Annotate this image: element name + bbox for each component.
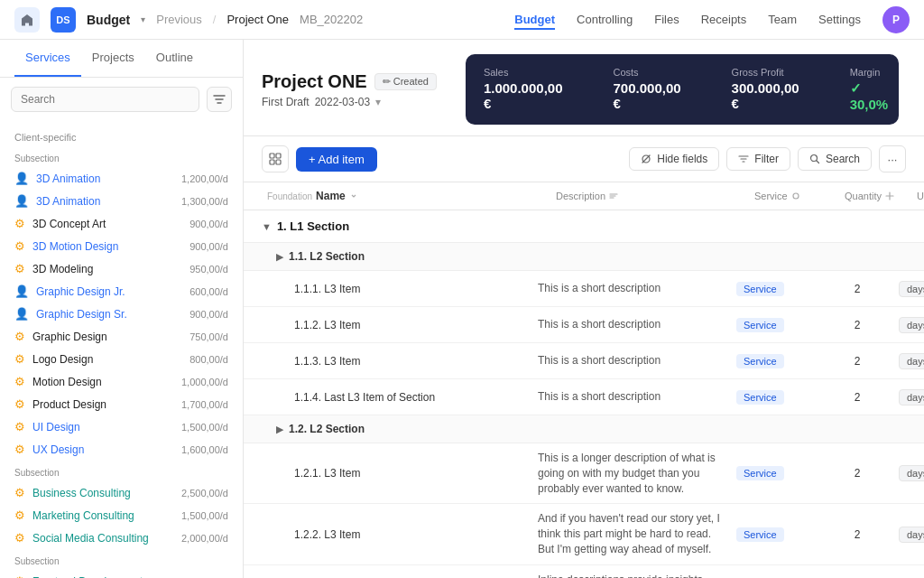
tab-budget[interactable]: Budget: [514, 9, 555, 30]
person-icon: 👤: [14, 307, 29, 321]
list-item[interactable]: ⚙Motion Design 1,000,00/d: [0, 370, 243, 393]
project-id: MB_202202: [300, 13, 363, 26]
tab-receipts[interactable]: Receipts: [701, 9, 747, 30]
item-label: Graphic Design Sr.: [36, 308, 127, 321]
service-badge: Service: [736, 466, 784, 480]
row-name: 1.1.4. Last L3 Item of Section: [244, 384, 532, 411]
avatar[interactable]: P: [882, 6, 910, 33]
l1-section-row[interactable]: ▼ 1. L1 Section: [244, 210, 924, 243]
draft-chevron-icon[interactable]: ▾: [375, 96, 381, 108]
add-item-button[interactable]: + Add item: [296, 147, 377, 172]
unit-badge: days: [899, 317, 924, 333]
grid-view-button[interactable]: [262, 145, 289, 172]
table-row: 1.1.3. L3 Item This is a short descripti…: [244, 343, 924, 379]
toolbar: + Add item Hide fields Filter Search ···: [244, 136, 924, 182]
item-label: Social Media Consulting: [32, 532, 149, 545]
person-icon: 👤: [14, 172, 29, 185]
stat-sales-label: Sales: [484, 67, 563, 78]
stat-costs-label: Costs: [614, 67, 681, 78]
project-title: Project ONE: [262, 71, 367, 92]
stat-sales: Sales 1.000.000,00 €: [484, 67, 563, 112]
list-item[interactable]: ⚙Product Design 1,700,00/d: [0, 393, 243, 415]
unit-badge: days: [899, 353, 924, 369]
more-icon: ···: [888, 153, 898, 166]
sidebar-search-area: [0, 78, 243, 121]
tab-settings[interactable]: Settings: [818, 9, 861, 30]
subsection-label-3: Subsection: [0, 549, 243, 570]
table-row: 1.1.1. L3 Item This is a short descripti…: [244, 271, 924, 307]
gear-icon: ⚙: [14, 375, 25, 388]
list-item[interactable]: ⚙3D Modeling 950,00/d: [0, 257, 243, 280]
item-value: 900,00/d: [189, 241, 228, 252]
list-item[interactable]: ⚙Graphic Design 750,00/d: [0, 325, 243, 348]
list-item[interactable]: ⚙Marketing Consulting 1,500,00/d: [0, 504, 243, 527]
quantity-col-label: Quantity: [845, 191, 882, 201]
list-item[interactable]: ⚙Frontend Development 900,00/d: [0, 570, 243, 578]
list-item[interactable]: ⚙UI Design 1,500,00/d: [0, 415, 243, 438]
stat-profit-value: 300.000,00 €: [732, 80, 799, 111]
col-header-service: Service: [749, 182, 839, 210]
expand-button[interactable]: [913, 67, 924, 89]
row-qty: 2: [821, 574, 893, 578]
stat-sales-value: 1.000.000,00 €: [484, 80, 563, 111]
filter-button[interactable]: [207, 87, 232, 112]
sidebar-tabs: Services Projects Outline: [0, 40, 243, 78]
stat-costs: Costs 700.000,00 €: [614, 67, 681, 112]
list-item[interactable]: ⚙3D Concept Art 900,00/d: [0, 212, 243, 235]
unit-badge: days: [899, 389, 924, 406]
list-item[interactable]: 👤3D Animation 1,300,00/d: [0, 190, 243, 212]
content-header: Project ONE ✏ Created First Draft 2022-0…: [244, 40, 924, 136]
more-options-button[interactable]: ···: [879, 145, 906, 172]
toolbar-right: Hide fields Filter Search ···: [629, 145, 906, 172]
sidebar-tab-projects[interactable]: Projects: [81, 40, 145, 77]
home-button[interactable]: [14, 7, 40, 33]
svg-point-5: [810, 155, 817, 162]
list-item[interactable]: ⚙Business Consulting 2,500,00/d: [0, 481, 243, 504]
service-col-label: Service: [754, 191, 788, 201]
row-unit: days: [893, 310, 924, 340]
list-item[interactable]: ⚙UX Design 1,600,00/d: [0, 438, 243, 461]
search-input[interactable]: [11, 87, 199, 112]
list-item[interactable]: 👤Graphic Design Jr. 600,00/d: [0, 280, 243, 303]
list-item[interactable]: 👤Graphic Design Sr. 900,00/d: [0, 303, 243, 325]
l2-section-row-1[interactable]: ▶ 1.1. L2 Section: [244, 243, 924, 271]
item-label: Graphic Design: [32, 331, 107, 343]
search-button[interactable]: Search: [798, 147, 872, 171]
hide-fields-button[interactable]: Hide fields: [629, 147, 719, 171]
list-item[interactable]: 👤3D Animation 1,200,00/d: [0, 167, 243, 190]
filter-button[interactable]: Filter: [726, 147, 790, 171]
row-service: Service: [731, 459, 821, 488]
tab-files[interactable]: Files: [654, 9, 679, 30]
row-desc: This is a longer description of what is …: [532, 443, 731, 503]
list-item[interactable]: ⚙3D Motion Design 900,00/d: [0, 235, 243, 257]
sidebar-tab-outline[interactable]: Outline: [145, 40, 204, 77]
tab-team[interactable]: Team: [768, 9, 797, 30]
row-unit: days: [893, 519, 924, 550]
item-value: 1,500,00/d: [181, 510, 228, 521]
breadcrumb-project[interactable]: Project One: [226, 13, 289, 26]
svg-rect-3: [276, 160, 281, 164]
subsection-label-1: Subsection: [0, 146, 243, 167]
row-unit: days: [893, 573, 924, 578]
list-item[interactable]: ⚙Social Media Consulting 2,000,00/d: [0, 527, 243, 549]
breadcrumb-previous[interactable]: Previous: [156, 13, 202, 26]
gear-icon: ⚙: [14, 330, 25, 343]
l2-section-row-2[interactable]: ▶ 1.2. L2 Section: [244, 415, 924, 443]
subsection-label-2: Subsection: [0, 461, 243, 481]
status-badge[interactable]: ✏ Created: [374, 73, 437, 90]
l2-chevron-icon-2: ▶: [276, 424, 283, 435]
table-header: Foundation Name Description Service Quan…: [244, 182, 924, 210]
unit-badge: days: [899, 281, 924, 297]
tab-controlling[interactable]: Controlling: [577, 9, 633, 30]
list-item[interactable]: ⚙Logo Design 800,00/d: [0, 348, 243, 370]
header-top-row: Project ONE ✏ Created First Draft 2022-0…: [262, 54, 906, 125]
sidebar-tab-services[interactable]: Services: [14, 40, 81, 77]
stat-margin-value: ✓ 30,0%: [850, 80, 889, 112]
person-icon: 👤: [14, 194, 29, 208]
item-label: Graphic Design Jr.: [36, 285, 125, 298]
item-value: 1,300,00/d: [181, 196, 228, 207]
svg-rect-0: [270, 154, 274, 158]
item-value: 1,000,00/d: [181, 377, 228, 387]
row-name: 1.2.1. L3 Item: [244, 460, 532, 487]
stat-margin-label: Margin: [850, 67, 889, 78]
